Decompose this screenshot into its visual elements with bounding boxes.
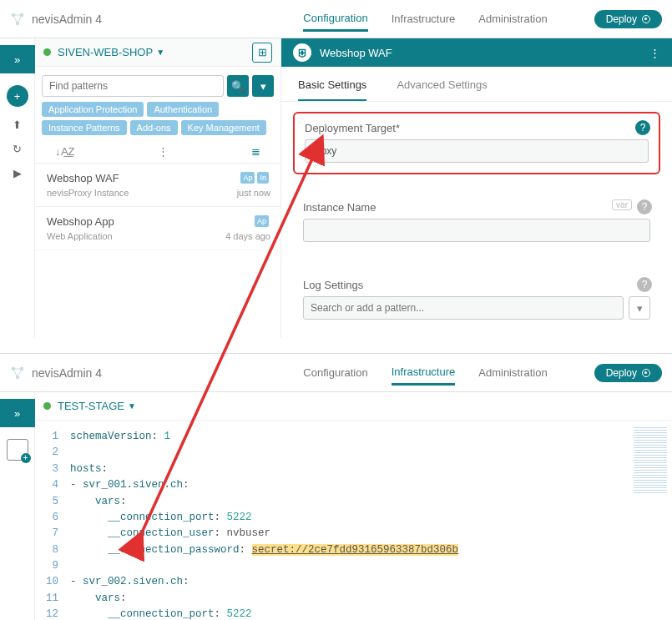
history-icon[interactable]: ↻ [13, 143, 22, 155]
nav-administration-2[interactable]: Administration [478, 361, 547, 384]
topbar: nevisAdmin 4 Configuration Infrastructur… [0, 0, 672, 38]
log-settings-label: Log Settings [303, 279, 650, 291]
code-line: 9 [35, 558, 657, 574]
nav-infrastructure[interactable]: Infrastructure [392, 8, 456, 30]
sort-button[interactable]: ↓A͟Z [55, 145, 74, 158]
filter-tag[interactable]: Instance Patterns [42, 120, 127, 135]
deploy-button-2[interactable]: Deploy [594, 364, 662, 382]
status-dot-icon [43, 402, 51, 410]
new-file-button[interactable] [7, 439, 28, 461]
search-input[interactable] [42, 75, 224, 97]
inventory-header[interactable]: TEST-STAGE ▼ [35, 392, 672, 421]
rail-toggle-button[interactable]: » [0, 45, 35, 73]
code-line: 3hosts: [35, 461, 657, 477]
rail-toggle-button-2[interactable]: » [0, 399, 35, 427]
filter-tag[interactable]: Authentication [147, 102, 219, 117]
chevron-down-icon[interactable]: ▾ [629, 296, 650, 320]
deployment-target-input[interactable] [305, 139, 649, 163]
pattern-badges: ApIn [240, 172, 269, 184]
code-line: 5 vars: [35, 494, 657, 510]
code-line: 6 __connection_port: 5222 [35, 510, 657, 526]
pattern-name: Webshop App [47, 215, 269, 228]
filter-tag[interactable]: Key Management [181, 120, 266, 135]
code-line: 11 vars: [35, 591, 657, 607]
inventory-name: TEST-STAGE [58, 400, 124, 412]
filter-button[interactable]: ▾ [252, 75, 274, 97]
patterns-panel: SIVEN-WEB-SHOP ▼ ⊞ 🔍 ▾ Application Prote… [35, 38, 281, 338]
left-rail-2: » [0, 392, 35, 620]
code-editor[interactable]: 1schemaVersion: 123hosts:4- svr_001.sive… [35, 421, 672, 620]
help-icon[interactable]: ? [637, 199, 652, 214]
pattern-toolbar: ↓A͟Z ⋮ ≣ [35, 142, 280, 164]
detail-title: Webshop WAF [320, 47, 392, 59]
brand: nevisAdmin 4 [10, 12, 102, 27]
pattern-item[interactable]: Webshop WAFnevisProxy Instancejust nowAp… [35, 164, 280, 207]
detail-tabs: Basic Settings Advanced Settings [281, 67, 672, 102]
left-rail: » + ⬆ ↻ ▶ [0, 38, 35, 338]
tab-basic-settings[interactable]: Basic Settings [298, 78, 366, 101]
pattern-badges: Ap [255, 215, 269, 227]
project-caret-icon: ▼ [156, 48, 164, 57]
help-icon[interactable]: ? [637, 277, 652, 292]
brand-logo-icon [10, 12, 25, 27]
search-button[interactable]: 🔍 [227, 75, 249, 97]
project-header[interactable]: SIVEN-WEB-SHOP ▼ ⊞ [35, 38, 280, 67]
status-dot-icon [43, 48, 51, 56]
code-line: 4- svr_001.siven.ch: [35, 477, 657, 493]
grid-view-button[interactable]: ⊞ [252, 43, 272, 63]
code-line: 8 __connection_password: secret://2ce7fd… [35, 542, 657, 558]
pattern-when: just now [237, 188, 270, 198]
nav-configuration[interactable]: Configuration [303, 7, 367, 32]
nav-infrastructure-2[interactable]: Infrastructure [392, 360, 456, 386]
var-badge: var [612, 199, 632, 210]
deploy-label: Deploy [606, 13, 637, 25]
help-icon[interactable]: ? [635, 120, 650, 135]
shield-icon: ⛨ [293, 43, 311, 62]
deploy-button[interactable]: Deploy [594, 10, 662, 28]
brand-name: nevisAdmin 4 [32, 13, 102, 26]
log-settings-field: Log Settings ? ▾ [293, 270, 660, 330]
deployment-target-label: Deployment Target* [305, 122, 649, 134]
nav-configuration-2[interactable]: Configuration [303, 361, 367, 384]
detail-menu-button[interactable]: ⋮ [649, 47, 660, 59]
brand-name-2: nevisAdmin 4 [32, 366, 102, 380]
topbar-2: nevisAdmin 4 Configuration Infrastructur… [0, 354, 672, 392]
pattern-name: Webshop WAF [47, 172, 269, 184]
log-settings-input[interactable] [303, 296, 624, 320]
upload-icon[interactable]: ⬆ [13, 118, 22, 131]
instance-name-label: Instance Name [303, 201, 650, 214]
brand-2: nevisAdmin 4 [10, 365, 102, 381]
minimap[interactable] [634, 427, 667, 494]
tab-advanced-settings[interactable]: Advanced Settings [397, 78, 487, 101]
deploy-target-icon [642, 369, 650, 377]
deployment-target-field: Deployment Target* ? [293, 112, 660, 174]
code-line: 10- svr_002.siven.ch: [35, 574, 657, 590]
pattern-list: Webshop WAFnevisProxy Instancejust nowAp… [35, 164, 280, 250]
code-line: 7 __connection_user: nvbuser [35, 526, 657, 542]
more-button[interactable]: ⋮ [158, 145, 169, 158]
play-icon[interactable]: ▶ [13, 167, 22, 179]
brand-logo-icon [10, 365, 25, 381]
deploy-target-icon [642, 15, 650, 23]
tag-list: Application ProtectionAuthenticationInst… [35, 102, 280, 142]
instance-name-input[interactable] [303, 219, 650, 242]
pattern-when: 4 days ago [225, 231, 270, 241]
code-line: 12 __connection_port: 5222 [35, 607, 657, 620]
instance-name-field: Instance Name var ? [293, 193, 660, 252]
code-line: 2 [35, 445, 657, 461]
list-view-button[interactable]: ≣ [251, 145, 260, 158]
nav-administration[interactable]: Administration [478, 8, 547, 30]
inventory-caret-icon: ▼ [128, 401, 136, 411]
pattern-sub: nevisProxy Instance [47, 188, 269, 198]
detail-header: ⛨ Webshop WAF ⋮ [281, 38, 672, 67]
filter-tag[interactable]: Application Protection [42, 102, 144, 117]
detail-panel: ⛨ Webshop WAF ⋮ Basic Settings Advanced … [281, 38, 672, 338]
add-button[interactable]: + [7, 85, 28, 107]
filter-tag[interactable]: Add-ons [130, 120, 178, 135]
code-line: 1schemaVersion: 1 [35, 429, 657, 445]
project-name: SIVEN-WEB-SHOP [58, 46, 153, 58]
pattern-item[interactable]: Webshop AppWeb Application4 days agoAp [35, 207, 280, 250]
deploy-label-2: Deploy [606, 367, 637, 379]
